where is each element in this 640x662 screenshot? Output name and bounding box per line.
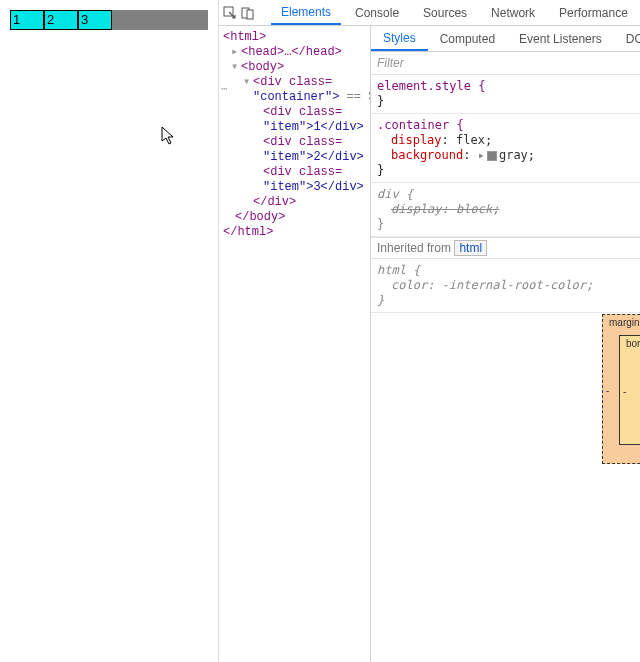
rendered-page: 1 2 3 [0,0,218,662]
subtab-computed[interactable]: Computed [428,28,507,50]
tab-console[interactable]: Console [345,2,409,24]
subtab-dom-breakpoints[interactable]: DOM Bre [614,28,640,50]
box-model-border-label: border [626,338,640,349]
dom-item3-b[interactable]: "item">3</div> [263,180,364,194]
val-block: block [456,202,492,216]
rule-html-ua[interactable]: html { color: -internal-root-color; } [371,259,640,313]
tab-performance[interactable]: Performance [549,2,638,24]
tab-network[interactable]: Network [481,2,545,24]
dom-container-line2[interactable]: "container"> [253,90,339,104]
brace-close-4: } [377,293,384,307]
dom-container-line1[interactable]: <div class= [253,75,332,89]
dom-eq-sel: == $0 [339,90,371,104]
flex-item-1: 1 [10,10,44,30]
rule-container[interactable]: .container { display: flex; background: … [371,114,640,183]
subtab-event-listeners[interactable]: Event Listeners [507,28,614,50]
box-model-margin-label: margin [609,317,640,328]
tab-elements[interactable]: Elements [271,1,341,25]
sel-html: html { [377,263,420,277]
dom-html-close[interactable]: </html> [223,225,273,239]
prop-display[interactable]: display [391,133,442,147]
prop-color: color [391,278,427,292]
inherited-label: Inherited from [377,241,451,255]
brace-close-1: } [377,94,384,108]
devtools-toolbar: Elements Console Sources Network Perform… [219,0,640,26]
box-model-dash-left: - [606,385,609,396]
prop-background[interactable]: background [391,148,463,162]
flex-container: 1 2 3 [10,10,208,30]
box-model-diagram[interactable]: margin - border - [602,314,640,466]
styles-panel: Styles Computed Event Listeners DOM Bre … [371,26,640,662]
rule-div-ua[interactable]: div { display: block; } [371,183,640,237]
sel-element-style: element.style { [377,79,485,93]
svg-rect-2 [247,10,253,19]
dom-item3-a[interactable]: <div class= [263,165,342,179]
dom-tree[interactable]: <html> ▸<head>…</head> ▾<body> ▾<div cla… [219,26,371,662]
styles-filter[interactable]: Filter [371,52,640,75]
prop-div-display: display [391,202,442,216]
val-gray[interactable]: gray [499,148,528,162]
tab-sources[interactable]: Sources [413,2,477,24]
subtab-styles[interactable]: Styles [371,27,428,51]
sel-container: .container { [377,118,464,132]
flex-item-2: 2 [44,10,78,30]
inherited-from-row: Inherited from html [371,237,640,259]
rule-element-style[interactable]: element.style { } [371,75,640,114]
inspect-icon[interactable] [223,3,237,23]
dom-ellipsis-icon[interactable]: ⋯ [218,82,228,95]
box-model-dash-border-left: - [623,386,626,397]
dom-body-close[interactable]: </body> [235,210,285,224]
color-swatch-gray[interactable] [487,151,497,161]
brace-close-3: } [377,217,384,231]
val-internal-root-color: -internal-root-color [442,278,587,292]
devtools-panel: Elements Console Sources Network Perform… [218,0,640,662]
dom-item2-a[interactable]: <div class= [263,135,342,149]
inherited-tag-link[interactable]: html [454,240,487,256]
device-toggle-icon[interactable] [241,3,255,23]
dom-head[interactable]: <head>…</head> [241,45,342,59]
val-flex[interactable]: flex [456,133,485,147]
dom-item1-b[interactable]: "item">1</div> [263,120,364,134]
dom-html-open[interactable]: <html> [223,30,266,44]
dom-body-open[interactable]: <body> [241,60,284,74]
brace-close-2: } [377,163,384,177]
dom-div-close[interactable]: </div> [253,195,296,209]
flex-item-3: 3 [78,10,112,30]
dom-item2-b[interactable]: "item">2</div> [263,150,364,164]
sel-div: div { [377,187,413,201]
dom-item1-a[interactable]: <div class= [263,105,342,119]
